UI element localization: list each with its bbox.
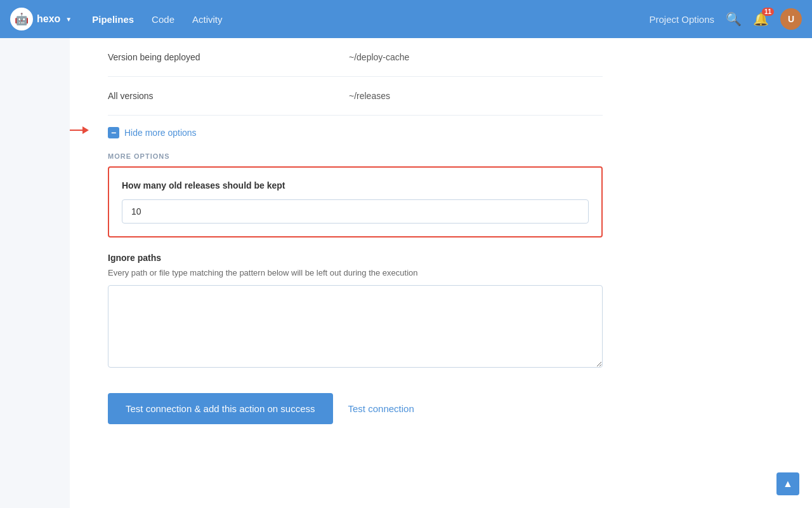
logo-icon: 🤖	[10, 8, 33, 30]
red-arrow	[70, 126, 89, 134]
main-wrapper: Version being deployed ~/deploy-cache Al…	[0, 38, 812, 508]
navbar: 🤖 hexo ▼ Pipelines Code Activity Project…	[0, 0, 812, 38]
toggle-row: − Hide more options	[108, 116, 603, 145]
scroll-to-top-button[interactable]: ▲	[776, 472, 799, 495]
version-label: Version being deployed	[108, 52, 349, 62]
logo[interactable]: 🤖 hexo ▼	[10, 8, 72, 30]
project-options-link[interactable]: Project Options	[649, 14, 714, 25]
ignore-paths-desc: Every path or file type matching the pat…	[108, 268, 603, 277]
all-versions-label: All versions	[108, 91, 349, 101]
content-inner: Version being deployed ~/deploy-cache Al…	[70, 38, 641, 450]
test-connection-button[interactable]: Test connection	[348, 403, 414, 414]
nav-code[interactable]: Code	[152, 14, 174, 25]
scroll-top-icon: ▲	[783, 478, 793, 490]
button-row: Test connection & add this action on suc…	[108, 393, 603, 424]
logo-chevron-icon: ▼	[65, 16, 72, 23]
search-icon[interactable]: 🔍	[726, 11, 742, 27]
avatar[interactable]: U	[780, 8, 802, 30]
releases-input[interactable]	[122, 199, 589, 224]
all-versions-row: All versions ~/releases	[108, 77, 603, 116]
nav-links: Pipelines Code Activity	[92, 14, 222, 25]
nav-activity[interactable]: Activity	[192, 14, 223, 25]
more-options-heading: MORE OPTIONS	[108, 152, 603, 160]
releases-field-label: How many old releases should be kept	[122, 180, 589, 190]
ignore-paths-section: Ignore paths Every path or file type mat…	[108, 253, 603, 370]
highlighted-box: How many old releases should be kept	[108, 166, 603, 237]
version-value: ~/deploy-cache	[349, 52, 409, 62]
logo-text: hexo	[37, 13, 60, 25]
nav-pipelines[interactable]: Pipelines	[92, 14, 134, 25]
notifications[interactable]: 🔔 11	[753, 11, 769, 27]
test-connection-add-button[interactable]: Test connection & add this action on suc…	[108, 393, 333, 424]
nav-right: Project Options 🔍 🔔 11 U	[649, 8, 802, 30]
arrow-line	[70, 130, 82, 131]
notification-badge: 11	[762, 8, 774, 16]
hide-more-options-link[interactable]: Hide more options	[124, 128, 197, 138]
all-versions-value: ~/releases	[349, 91, 390, 101]
ignore-paths-textarea[interactable]	[108, 285, 603, 368]
sidebar	[0, 38, 70, 508]
ignore-paths-label: Ignore paths	[108, 253, 603, 263]
content-area: Version being deployed ~/deploy-cache Al…	[70, 38, 812, 508]
version-row: Version being deployed ~/deploy-cache	[108, 38, 603, 77]
toggle-icon[interactable]: −	[108, 127, 119, 138]
arrow-head-icon	[82, 126, 89, 134]
